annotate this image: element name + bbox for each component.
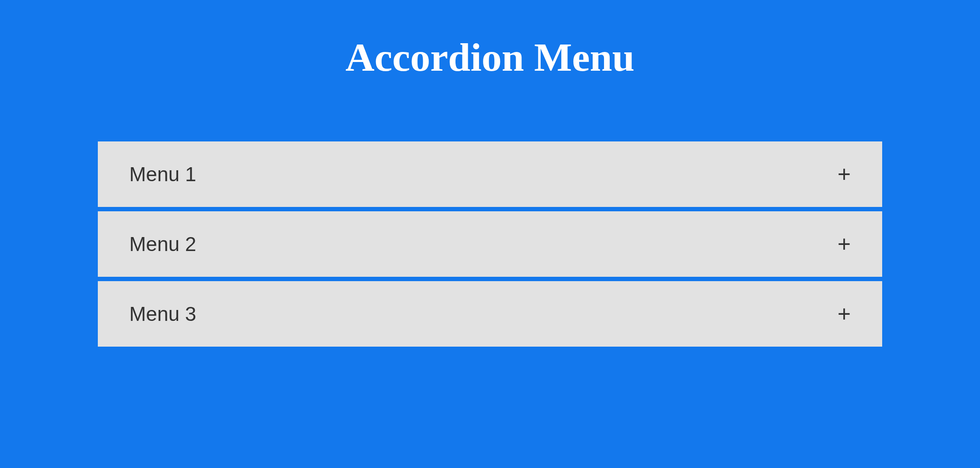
- plus-icon: +: [838, 303, 851, 325]
- accordion-menu: Menu 1 + Menu 2 + Menu 3 +: [98, 141, 882, 347]
- accordion-item-menu-1[interactable]: Menu 1 +: [98, 141, 882, 207]
- accordion-item-menu-2[interactable]: Menu 2 +: [98, 211, 882, 277]
- accordion-label: Menu 3: [129, 302, 196, 326]
- plus-icon: +: [838, 163, 851, 186]
- page-container: Accordion Menu Menu 1 + Menu 2 + Menu 3 …: [0, 0, 980, 468]
- accordion-item-menu-3[interactable]: Menu 3 +: [98, 281, 882, 347]
- accordion-label: Menu 2: [129, 232, 196, 256]
- page-title: Accordion Menu: [345, 34, 635, 80]
- accordion-label: Menu 1: [129, 162, 196, 186]
- plus-icon: +: [838, 233, 851, 255]
